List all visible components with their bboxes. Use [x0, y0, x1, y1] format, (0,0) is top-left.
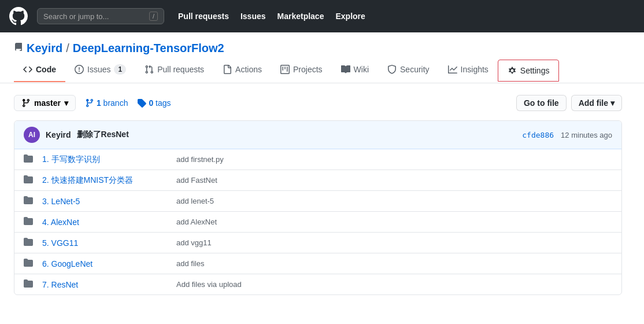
- breadcrumb: Keyird / DeepLearning-TensorFlow2: [0, 32, 644, 57]
- topnav-links: Pull requests Issues Marketplace Explore: [178, 12, 365, 21]
- add-file-label: Add file: [579, 98, 608, 108]
- tab-code[interactable]: Code: [14, 58, 65, 82]
- tab-issues-label: Issues: [87, 65, 110, 74]
- avatar: AI: [24, 127, 40, 143]
- branch-bar: master ▾ 1 branch 0 tags Go to file Add …: [14, 95, 622, 111]
- tags-count: 0 tags: [149, 98, 171, 108]
- commit-hash-link[interactable]: cfde886: [522, 131, 554, 139]
- search-box[interactable]: Search or jump to... /: [37, 8, 164, 24]
- go-to-file-button[interactable]: Go to file: [516, 95, 567, 111]
- tab-pull-requests[interactable]: Pull requests: [135, 58, 213, 82]
- tab-wiki[interactable]: Wiki: [332, 58, 378, 82]
- file-name-link[interactable]: 3. LeNet-5: [42, 197, 169, 206]
- tab-actions-label: Actions: [235, 65, 262, 74]
- file-commit-msg: Add files via upload: [176, 280, 612, 289]
- tab-security-label: Security: [400, 65, 430, 74]
- branches-count: 1 branch: [97, 98, 128, 108]
- nav-issues[interactable]: Issues: [240, 12, 266, 21]
- commit-bar: AI Keyird 删除了ResNet cfde886 12 minutes a…: [14, 121, 621, 149]
- branch-dropdown-icon: ▾: [64, 98, 68, 108]
- folder-icon: [24, 279, 35, 290]
- tab-code-label: Code: [36, 65, 56, 74]
- tab-security[interactable]: Security: [378, 58, 439, 82]
- file-commit-msg: add firstnet.py: [176, 155, 612, 164]
- branch-selector[interactable]: master ▾: [14, 95, 76, 111]
- file-name-link[interactable]: 7. ResNet: [42, 280, 169, 289]
- slash-badge: /: [149, 12, 158, 21]
- repo-tabs: Code Issues 1 Pull requests Actions Proj…: [0, 57, 644, 83]
- file-commit-msg: add FastNet: [176, 176, 612, 185]
- commit-time: 12 minutes ago: [561, 131, 612, 139]
- add-file-dropdown-icon: ▾: [610, 98, 615, 108]
- folder-icon: [24, 175, 35, 186]
- tab-wiki-label: Wiki: [354, 65, 369, 74]
- avatar-initials: AI: [28, 131, 35, 139]
- tab-settings-label: Settings: [520, 66, 550, 75]
- folder-icon: [24, 258, 35, 269]
- file-commit-msg: add AlexNet: [176, 218, 612, 226]
- tab-insights-label: Insights: [461, 65, 488, 74]
- file-name-link[interactable]: 5. VGG11: [42, 238, 169, 248]
- main-content: master ▾ 1 branch 0 tags Go to file Add …: [0, 83, 636, 307]
- file-listing: AI Keyird 删除了ResNet cfde886 12 minutes a…: [14, 120, 622, 295]
- commit-bar-left: AI Keyird 删除了ResNet: [24, 127, 129, 143]
- folder-icon: [24, 196, 35, 207]
- nav-explore[interactable]: Explore: [335, 12, 365, 21]
- tab-insights[interactable]: Insights: [439, 58, 498, 82]
- owner-link[interactable]: Keyird: [27, 42, 62, 55]
- branch-name: master: [34, 98, 61, 108]
- commit-bar-right: cfde886 12 minutes ago: [522, 131, 612, 139]
- commit-author: Keyird: [46, 130, 71, 139]
- file-name-link[interactable]: 6. GoogLeNet: [42, 259, 169, 268]
- file-name-link[interactable]: 4. AlexNet: [42, 218, 169, 227]
- branch-bar-right: Go to file Add file ▾: [516, 95, 622, 111]
- file-row: 7. ResNet Add files via upload: [14, 274, 621, 294]
- file-name-link[interactable]: 2. 快速搭建MNIST分类器: [42, 175, 169, 186]
- file-row: 2. 快速搭建MNIST分类器 add FastNet: [14, 170, 621, 191]
- folder-icon: [24, 237, 35, 248]
- topnav: Search or jump to... / Pull requests Iss…: [0, 0, 644, 32]
- nav-pull-requests[interactable]: Pull requests: [178, 12, 229, 21]
- branch-bar-left: master ▾ 1 branch 0 tags: [14, 95, 171, 111]
- file-row: 3. LeNet-5 add lenet-5: [14, 191, 621, 212]
- file-row: 6. GoogLeNet add files: [14, 253, 621, 274]
- tab-issues-badge: 1: [114, 64, 126, 75]
- nav-marketplace[interactable]: Marketplace: [277, 12, 324, 21]
- tab-projects-label: Projects: [293, 65, 323, 74]
- tab-pr-label: Pull requests: [157, 65, 204, 74]
- tab-projects[interactable]: Projects: [271, 58, 332, 82]
- file-commit-msg: add files: [176, 259, 612, 268]
- file-row: 5. VGG11 add vgg11: [14, 233, 621, 253]
- repo-link[interactable]: DeepLearning-TensorFlow2: [73, 42, 224, 55]
- branches-link[interactable]: 1 branch: [85, 98, 128, 108]
- file-commit-msg: add vgg11: [176, 238, 612, 247]
- folder-icon: [24, 216, 35, 227]
- tab-issues[interactable]: Issues 1: [65, 57, 135, 83]
- commit-message: 删除了ResNet: [77, 130, 129, 140]
- breadcrumb-separator: /: [66, 42, 69, 55]
- github-logo[interactable]: [9, 7, 28, 25]
- file-row: 4. AlexNet add AlexNet: [14, 212, 621, 233]
- add-file-button[interactable]: Add file ▾: [571, 95, 622, 111]
- tab-actions[interactable]: Actions: [213, 58, 271, 82]
- file-commit-msg: add lenet-5: [176, 197, 612, 205]
- tags-link[interactable]: 0 tags: [137, 98, 171, 108]
- tab-settings[interactable]: Settings: [498, 60, 560, 82]
- search-text: Search or jump to...: [43, 12, 145, 21]
- folder-icon: [24, 154, 35, 165]
- repo-icon: [14, 43, 23, 54]
- file-row: 1. 手写数字识别 add firstnet.py: [14, 149, 621, 170]
- file-name-link[interactable]: 1. 手写数字识别: [42, 154, 169, 165]
